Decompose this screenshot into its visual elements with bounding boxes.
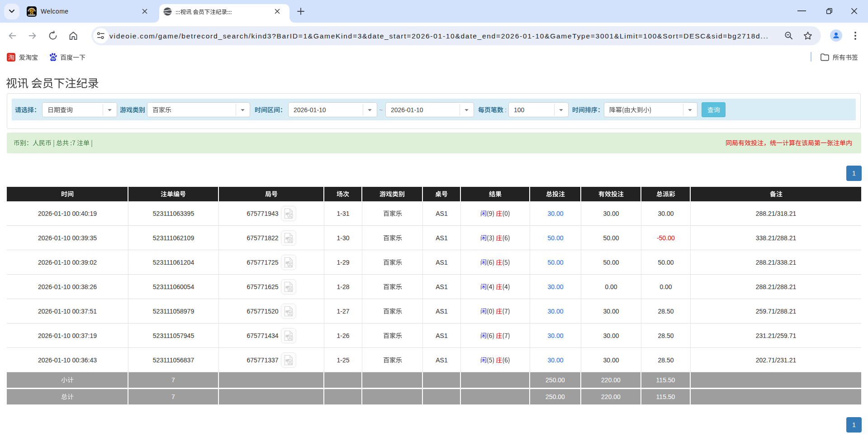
svg-text:du: du — [52, 57, 55, 60]
